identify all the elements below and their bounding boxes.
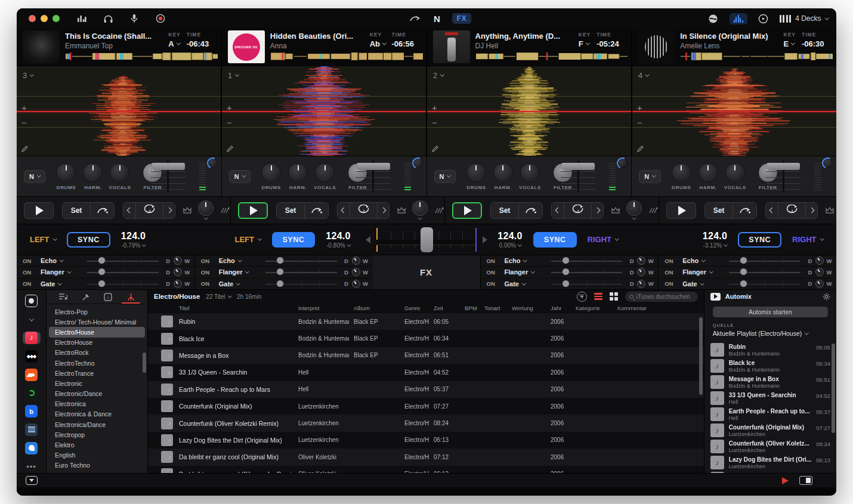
vocals-knob[interactable] [725, 163, 745, 183]
fx-drywet-knob[interactable] [815, 268, 824, 276]
loop-halve-button[interactable] [552, 203, 564, 218]
vocals-knob[interactable] [520, 163, 540, 183]
bounce-pads-icon[interactable] [397, 206, 406, 214]
crossfader-side-select[interactable]: RIGHT [792, 235, 823, 244]
neural-mix-button[interactable]: N [24, 170, 45, 183]
deck-waveform-panel[interactable]: 2 + − [426, 66, 631, 156]
column-header[interactable]: Tonart [480, 305, 507, 311]
edit-beatgrid-icon[interactable] [637, 146, 644, 152]
match-tab-icon[interactable] [79, 290, 92, 304]
automix-source-select[interactable]: Aktuelle Playlist (Electro/House) [713, 330, 828, 337]
cue-jump-button[interactable] [304, 203, 328, 218]
fx-on-button[interactable]: ON [23, 280, 41, 287]
column-header[interactable]: BPM [460, 305, 480, 311]
zoom-in-button[interactable]: + [227, 105, 232, 111]
fx-drywet-knob[interactable] [815, 280, 824, 288]
fx-toggle-button[interactable]: FX [452, 13, 471, 24]
tempo-percent[interactable]: -3.12% [703, 242, 728, 249]
fader-handle[interactable] [357, 163, 390, 170]
fx-slider-handle[interactable] [277, 257, 283, 264]
loop-double-button[interactable] [591, 203, 603, 218]
fx-select[interactable]: Echo [219, 257, 265, 264]
drums-knob[interactable] [261, 163, 281, 183]
fx-on-button[interactable]: ON [665, 280, 682, 287]
time-block[interactable]: TIME -06:43 [187, 30, 218, 48]
crossfader-left-arrow-icon[interactable] [366, 236, 370, 243]
loop-button[interactable]: 4 [778, 203, 805, 218]
fx-slider-handle[interactable] [740, 280, 747, 287]
genre-list-item[interactable]: Electro/House [49, 327, 145, 337]
fx-amount-slider[interactable] [551, 280, 623, 287]
fx-on-button[interactable]: ON [487, 269, 505, 276]
volume-fader[interactable] [150, 160, 187, 193]
fx-slider-handle[interactable] [740, 268, 747, 275]
automix-queue-item[interactable]: ♪ Earth People - Reach up to... Hell 05:… [704, 406, 836, 422]
key-block[interactable]: KEY F [579, 30, 591, 48]
deck-number-select[interactable]: 4 [638, 71, 649, 80]
fx-amount-slider[interactable] [265, 280, 337, 287]
genre-list-item[interactable]: Electronica [49, 399, 145, 409]
fx-on-button[interactable]: ON [665, 269, 682, 276]
column-header[interactable]: Interpret [293, 305, 349, 311]
key-block[interactable]: KEY E [784, 30, 796, 48]
fx-select[interactable]: Echo [682, 257, 729, 264]
fx-amount-slider[interactable] [87, 280, 159, 287]
vocals-knob[interactable] [315, 163, 335, 183]
sync-button[interactable]: SYNC [272, 232, 316, 248]
crossfader-handle[interactable] [421, 227, 433, 252]
album-art[interactable] [638, 30, 675, 63]
zoom-in-button[interactable]: + [21, 105, 27, 111]
fx-drywet-knob[interactable] [174, 256, 182, 265]
track-table-row[interactable]: ♪ Da bleibt er ganz cool (Silversurfer R… [148, 466, 704, 473]
crossfader-side-select[interactable]: RIGHT [588, 235, 619, 244]
fx-drywet-knob[interactable] [352, 280, 360, 288]
genre-scrollbar[interactable] [143, 353, 146, 373]
track-table-row[interactable]: ♪ Earth People - Reach up to Mars Hell E… [148, 381, 704, 398]
key-value[interactable]: F [579, 39, 583, 48]
fx-on-button[interactable]: ON [665, 258, 682, 264]
genre-list-item[interactable]: Electro/ Tech-House/ Minimal [49, 317, 145, 327]
bounce-pads-icon[interactable] [611, 206, 620, 214]
genre-list-item[interactable]: Electronica & Dance [49, 409, 145, 419]
tempo-percent[interactable]: -0.79% [121, 242, 146, 249]
column-header[interactable]: Zeit [429, 305, 460, 311]
search-box[interactable] [625, 292, 698, 302]
collapse-sources-icon[interactable] [23, 313, 41, 326]
edit-beatgrid-icon[interactable] [227, 146, 233, 152]
zoom-window-button[interactable] [52, 15, 60, 22]
scratch-fx-icon[interactable] [435, 206, 444, 214]
fx-select[interactable]: Gate [41, 280, 87, 287]
genre-list-item[interactable]: Electropop [49, 429, 145, 440]
fx-on-button[interactable]: ON [201, 280, 219, 287]
fader-handle[interactable] [561, 163, 595, 170]
fx-amount-slider[interactable] [265, 268, 337, 276]
fx-drywet-knob[interactable] [637, 256, 645, 265]
loop-button[interactable]: 4 [135, 203, 163, 218]
fx-slider-handle[interactable] [277, 280, 283, 287]
genre-list-item[interactable]: Electronic [49, 378, 145, 388]
bounce-pads-icon[interactable] [825, 206, 835, 214]
toggle-automix-panel-icon[interactable] [799, 476, 812, 485]
tempo-percent[interactable]: -0.80% [326, 242, 351, 249]
cue-mix-knob[interactable] [413, 158, 423, 168]
deck-waveform-panel[interactable]: 3 + − [17, 66, 221, 156]
fx-amount-slider[interactable] [729, 268, 801, 276]
deck-count-selector[interactable]: 4 Decks [780, 14, 828, 23]
fx-amount-slider[interactable] [265, 257, 337, 264]
loop-button[interactable]: 4 [350, 203, 377, 218]
track-table-row[interactable]: ♪ Lazy Dog Bites the Dirt (Original Mix)… [148, 432, 704, 449]
genre-list-item[interactable]: ElectroTrance [49, 368, 145, 378]
column-header[interactable]: Album [349, 305, 400, 311]
time-block[interactable]: TIME -06:30 [802, 30, 833, 48]
loop-double-button[interactable] [163, 203, 175, 218]
column-header[interactable]: Genre [400, 305, 429, 311]
track-table-row[interactable]: ♪ Da bleibt er ganz cool (Original Mix) … [148, 449, 704, 465]
genres-tab-icon[interactable] [124, 290, 138, 304]
track-table-row[interactable]: ♪ Counterfunk (Original Mix) Luetzenkirc… [148, 398, 704, 415]
fx-slider-handle[interactable] [563, 268, 569, 275]
column-header[interactable]: Wertung [507, 305, 546, 311]
bounce-pads-icon[interactable] [183, 206, 192, 214]
sync-button[interactable]: SYNC [738, 232, 781, 248]
harmonic-knob[interactable] [699, 163, 718, 183]
table-scrollbar[interactable] [699, 317, 703, 395]
